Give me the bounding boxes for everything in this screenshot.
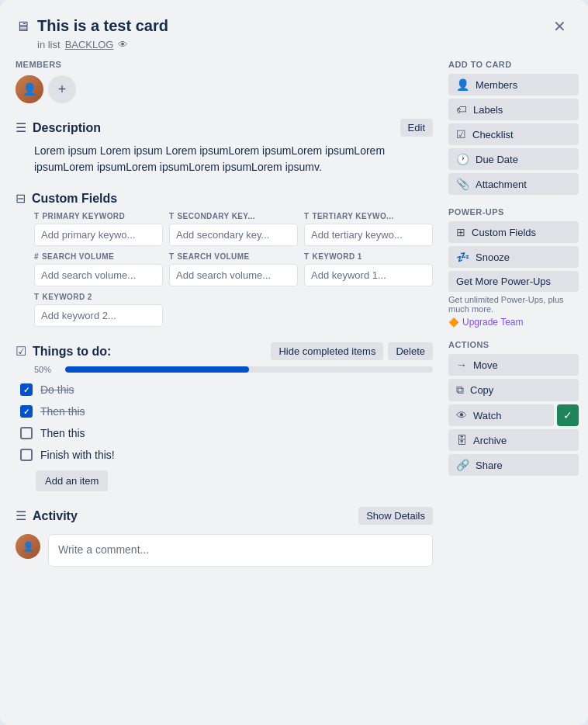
progress-bar-background bbox=[65, 366, 433, 373]
field-keyword-1: T KEYWORD 1 Add keyword 1... bbox=[304, 252, 433, 286]
card-list-info: in list BACKLOG 👁 bbox=[37, 39, 539, 50]
watch-icon[interactable]: 👁 bbox=[118, 39, 128, 50]
due-date-sidebar-icon: 🕐 bbox=[456, 153, 469, 165]
activity-title-area: Activity bbox=[33, 509, 352, 523]
field-label-text: PRIMARY KEYWORD bbox=[43, 212, 126, 220]
upgrade-team-button[interactable]: 🔶 Upgrade Team bbox=[448, 317, 524, 328]
checklist-sidebar-label: Checklist bbox=[472, 129, 514, 140]
checklist-item: Do this bbox=[16, 380, 433, 399]
watch-action-icon: 👁 bbox=[456, 409, 467, 421]
checkbox-3[interactable] bbox=[20, 427, 33, 439]
field-keyword-2: T KEYWORD 2 Add keyword 2... bbox=[34, 293, 163, 327]
activity-icon: ☰ bbox=[16, 508, 26, 523]
archive-action-button[interactable]: 🗄 Archive bbox=[448, 429, 579, 451]
field-input-sv1[interactable]: Add search volume... bbox=[34, 264, 163, 286]
card-modal: 🖥 This is a test card in list BACKLOG 👁 … bbox=[0, 0, 588, 725]
share-action-icon: 🔗 bbox=[456, 459, 469, 471]
watch-action-button[interactable]: 👁 Watch bbox=[448, 404, 554, 426]
custom-fields-header: ⊟ Custom Fields bbox=[16, 191, 433, 206]
checklist-items: Do this Then this Then this Finish with … bbox=[16, 380, 433, 464]
activity-section: ☰ Activity Show Details 👤 Write a commen… bbox=[16, 507, 433, 567]
field-label-kw2: T KEYWORD 2 bbox=[34, 293, 163, 301]
powerups-promo-text: Get unlimited Power-Ups, plus much more. bbox=[448, 295, 579, 314]
description-header: ☰ Description Edit bbox=[16, 119, 433, 137]
field-type-icon-6: T bbox=[304, 252, 310, 261]
due-date-sidebar-label: Due Date bbox=[476, 154, 518, 165]
description-edit-button[interactable]: Edit bbox=[400, 119, 433, 137]
description-section: ☰ Description Edit Lorem ipsum Lorem ips… bbox=[16, 119, 433, 175]
header-text-area: This is a test card in list BACKLOG 👁 bbox=[37, 16, 539, 50]
attachment-sidebar-button[interactable]: 📎 Attachment bbox=[448, 173, 579, 195]
checklist-section: ☑ Things to do: Hide completed items Del… bbox=[16, 342, 433, 491]
checklist-sidebar-button[interactable]: ☑ Checklist bbox=[448, 123, 579, 145]
activity-title: Activity bbox=[33, 509, 352, 523]
field-label-kw1: T KEYWORD 1 bbox=[304, 252, 433, 261]
move-action-label: Move bbox=[473, 359, 498, 371]
share-action-button[interactable]: 🔗 Share bbox=[448, 454, 579, 476]
field-input-secondary[interactable]: Add secondary key... bbox=[169, 224, 298, 246]
copy-action-button[interactable]: ⧉ Copy bbox=[448, 379, 579, 401]
members-sidebar-button[interactable]: 👤 Members bbox=[448, 74, 579, 95]
field-type-icon-7: T bbox=[34, 293, 40, 301]
list-link[interactable]: BACKLOG bbox=[65, 39, 114, 50]
progress-percentage: 50% bbox=[34, 365, 59, 374]
field-label-text-4: SEARCH VOLUME bbox=[42, 252, 114, 261]
field-input-primary[interactable]: Add primary keywo... bbox=[34, 224, 163, 246]
field-type-icon-2: T bbox=[169, 212, 175, 220]
copy-action-icon: ⧉ bbox=[456, 383, 464, 397]
watch-action-label: Watch bbox=[473, 410, 501, 421]
attachment-sidebar-icon: 📎 bbox=[456, 178, 469, 190]
modal-header: 🖥 This is a test card in list BACKLOG 👁 … bbox=[0, 0, 588, 50]
custom-fields-title: Custom Fields bbox=[32, 192, 433, 206]
comment-input[interactable]: Write a comment... bbox=[48, 534, 433, 567]
custom-fields-row1: T PRIMARY KEYWORD Add primary keywo... T… bbox=[16, 212, 433, 246]
labels-sidebar-label: Labels bbox=[473, 104, 503, 116]
show-details-button[interactable]: Show Details bbox=[358, 507, 433, 525]
field-secondary-keyword: T SECONDARY KEY... Add secondary key... bbox=[169, 212, 298, 246]
due-date-sidebar-button[interactable]: 🕐 Due Date bbox=[448, 148, 579, 170]
field-input-sv2[interactable]: Add search volume... bbox=[169, 264, 298, 286]
checklist-header: ☑ Things to do: Hide completed items Del… bbox=[16, 342, 433, 360]
share-action-label: Share bbox=[476, 460, 503, 471]
field-label-text-6: KEYWORD 1 bbox=[313, 252, 362, 261]
checklist-sidebar-icon: ☑ bbox=[456, 128, 466, 140]
snooze-powerup-button[interactable]: 💤 Snooze bbox=[448, 246, 579, 268]
field-type-icon: T bbox=[34, 212, 40, 220]
custom-fields-powerup-label: Custom Fields bbox=[472, 227, 536, 238]
power-ups-label: POWER-UPS bbox=[448, 207, 579, 217]
close-button[interactable]: ✕ bbox=[547, 16, 572, 37]
item-text-3: Then this bbox=[40, 427, 85, 439]
checkbox-2[interactable] bbox=[20, 405, 33, 418]
field-input-kw2[interactable]: Add keyword 2... bbox=[34, 304, 163, 327]
watch-check-indicator[interactable]: ✓ bbox=[557, 404, 579, 426]
checklist-title: Things to do: bbox=[33, 345, 265, 359]
labels-sidebar-button[interactable]: 🏷 Labels bbox=[448, 99, 579, 120]
field-search-volume-1: # SEARCH VOLUME Add search volume... bbox=[34, 252, 163, 286]
field-input-kw1[interactable]: Add keyword 1... bbox=[304, 264, 433, 286]
add-item-button[interactable]: Add an item bbox=[36, 470, 108, 491]
comment-row: 👤 Write a comment... bbox=[16, 534, 433, 567]
add-member-button[interactable]: + bbox=[48, 75, 76, 103]
avatar[interactable]: 👤 bbox=[16, 75, 43, 103]
field-label-text-5: SEARCH VOLUME bbox=[178, 252, 250, 261]
field-input-tertiary[interactable]: Add tertiary keywo... bbox=[304, 224, 433, 246]
members-sidebar-label: Members bbox=[476, 79, 517, 91]
delete-checklist-button[interactable]: Delete bbox=[388, 342, 433, 360]
item-text-4: Finish with this! bbox=[40, 449, 115, 461]
custom-fields-powerup-button[interactable]: ⊞ Custom Fields bbox=[448, 221, 579, 243]
move-action-button[interactable]: → Move bbox=[448, 354, 579, 376]
field-type-icon-3: T bbox=[304, 212, 310, 220]
members-section: MEMBERS 👤 + bbox=[16, 60, 433, 103]
hide-completed-button[interactable]: Hide completed items bbox=[271, 342, 383, 360]
snooze-powerup-label: Snooze bbox=[476, 251, 510, 263]
checklist-title-area: Things to do: bbox=[33, 345, 265, 359]
get-more-powerups-button[interactable]: Get More Power-Ups bbox=[448, 271, 579, 292]
field-primary-keyword: T PRIMARY KEYWORD Add primary keywo... bbox=[34, 212, 163, 246]
labels-sidebar-icon: 🏷 bbox=[456, 103, 467, 116]
members-label: MEMBERS bbox=[16, 60, 433, 69]
checkbox-1[interactable] bbox=[20, 383, 33, 396]
move-action-icon: → bbox=[456, 359, 467, 371]
field-tertiary-keyword: T TERTIARY KEYWO... Add tertiary keywo..… bbox=[304, 212, 433, 246]
checkbox-4[interactable] bbox=[20, 449, 33, 461]
add-to-card-label: ADD TO CARD bbox=[448, 60, 579, 69]
